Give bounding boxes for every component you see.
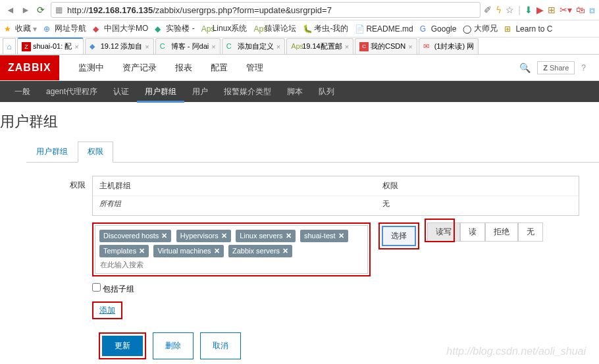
tag-item[interactable]: Virtual machines✕: [153, 245, 223, 257]
browser-tools: ✐ ϟ ☆ | ⬇ ▶ ⊞ ✂▾ 🛍 ⧈: [484, 5, 595, 16]
add-link[interactable]: 添加: [97, 303, 117, 317]
readwrite-button[interactable]: 读写: [427, 222, 460, 242]
app-icon[interactable]: ⊞: [548, 5, 556, 15]
home-tab[interactable]: ⌂: [3, 38, 16, 54]
submenu-users[interactable]: 用户: [184, 81, 216, 103]
submenu-usergroups[interactable]: 用户群组: [137, 81, 184, 103]
tab-permissions[interactable]: 权限: [78, 142, 113, 163]
tab-usergroup[interactable]: 用户群组: [26, 142, 78, 162]
label-permissions: 权限: [26, 176, 92, 191]
browser-tab[interactable]: ✉(1封未读) 网: [419, 38, 479, 54]
close-icon[interactable]: ×: [276, 43, 280, 51]
hostgroup-selector[interactable]: Discovered hosts✕ Hypervisors✕ Linux ser…: [95, 225, 368, 274]
browser-tab[interactable]: Aps19.14配置邮×: [286, 38, 353, 54]
scissors-icon[interactable]: ✂▾: [560, 5, 572, 15]
include-subgroups-checkbox[interactable]: [92, 283, 101, 292]
shop-icon[interactable]: 🛍: [576, 5, 585, 15]
bookmark-item[interactable]: 🐛考虫-我的: [303, 23, 348, 34]
cancel-button[interactable]: 取消: [200, 332, 241, 359]
deny-button[interactable]: 拒绝: [485, 222, 518, 242]
submenu-mediatypes[interactable]: 报警媒介类型: [216, 81, 279, 103]
tag-item[interactable]: Templates✕: [99, 245, 149, 257]
browser-tab[interactable]: C博客 - 阿dai×: [155, 38, 221, 54]
close-icon[interactable]: ×: [345, 43, 349, 51]
include-subgroups-label[interactable]: 包括子组: [92, 284, 134, 294]
site-icon: ◆: [93, 24, 102, 34]
submenu-proxies[interactable]: agent代理程序: [38, 81, 105, 103]
refresh-button[interactable]: ⟳: [34, 3, 47, 16]
globe-icon: ⊕: [43, 24, 53, 34]
back-button[interactable]: ◄: [4, 3, 17, 16]
url-box[interactable]: ▦ http://192.168.176.135/zabbix/usergrps…: [51, 2, 481, 18]
forward-button[interactable]: ►: [19, 3, 32, 16]
browser-tab[interactable]: ◆19.12 添加自×: [85, 38, 154, 54]
bookmark-item[interactable]: ◆中国大学MO: [93, 23, 148, 34]
none-button[interactable]: 无: [518, 222, 543, 242]
close-icon[interactable]: ×: [211, 43, 215, 51]
close-icon[interactable]: ×: [408, 43, 412, 51]
submenu-scripts[interactable]: 脚本: [279, 81, 311, 103]
tag-item[interactable]: Zabbix servers✕: [228, 245, 292, 257]
site-icon: C: [160, 42, 169, 51]
menu-monitoring[interactable]: 监测中: [69, 54, 113, 82]
read-button[interactable]: 读: [460, 222, 485, 242]
search-input[interactable]: [98, 259, 365, 271]
submenu-auth[interactable]: 认证: [105, 81, 137, 103]
url-text: http://192.168.176.135/zabbix/usergrps.p…: [67, 5, 332, 15]
menu-configuration[interactable]: 配置: [201, 54, 237, 82]
site-icon: ◆: [90, 42, 99, 51]
site-icon: C: [226, 42, 236, 51]
edit-icon[interactable]: ✐: [484, 5, 492, 15]
help-icon[interactable]: ?: [581, 63, 586, 72]
browser-tab[interactable]: C添加自定义×: [222, 38, 285, 54]
bookmark-item[interactable]: ◆实验楼 -: [155, 23, 194, 34]
flash-icon[interactable]: ϟ: [496, 5, 502, 15]
remove-icon[interactable]: ✕: [338, 232, 344, 240]
bookmark-item[interactable]: ⊞Learn to C: [504, 24, 552, 34]
menu-inventory[interactable]: 资产记录: [113, 54, 166, 82]
page-icon: ▦: [55, 5, 65, 14]
delete-button[interactable]: 删除: [153, 332, 194, 359]
menu-reports[interactable]: 报表: [166, 54, 201, 82]
bookmark-item[interactable]: ◯大师兄: [463, 23, 498, 34]
tag-item[interactable]: shuai-test✕: [300, 230, 348, 242]
form-tabs: 用户群组 权限: [26, 142, 599, 163]
share-button[interactable]: Z Share: [537, 61, 575, 74]
close-icon[interactable]: ×: [145, 43, 149, 51]
zabbix-logo[interactable]: ZABBIX: [0, 55, 59, 80]
remove-icon[interactable]: ✕: [221, 232, 227, 240]
select-button[interactable]: 选择: [382, 226, 416, 246]
browser-tab[interactable]: Zshuai-01: 配×: [17, 38, 84, 54]
site-icon: 📄: [355, 24, 364, 34]
tag-item[interactable]: Linux servers✕: [236, 230, 295, 242]
menu-administration[interactable]: 管理: [237, 54, 273, 82]
remove-icon[interactable]: ✕: [214, 247, 220, 255]
remove-icon[interactable]: ✕: [161, 232, 167, 240]
star-icon: ★: [4, 24, 13, 34]
zabbix-header: ZABBIX 监测中 资产记录 报表 配置 管理 🔍 Z Share ?: [0, 55, 599, 81]
github-icon: ◯: [463, 24, 472, 34]
tag-item[interactable]: Hypervisors✕: [176, 230, 231, 242]
bookmark-item[interactable]: GGoogle: [420, 24, 457, 34]
divider: |: [518, 5, 521, 15]
searchbox-icon[interactable]: ⧈: [589, 5, 595, 16]
remove-icon[interactable]: ✕: [139, 247, 145, 255]
tag-item[interactable]: Discovered hosts✕: [99, 230, 171, 242]
update-button[interactable]: 更新: [102, 336, 143, 356]
download-icon[interactable]: ⬇: [525, 5, 533, 15]
star-icon[interactable]: ☆: [506, 5, 514, 15]
remove-icon[interactable]: ✕: [282, 247, 288, 255]
submenu-general[interactable]: 一般: [7, 81, 38, 103]
remove-icon[interactable]: ✕: [286, 232, 292, 240]
browser-tab[interactable]: C我的CSDN×: [355, 38, 417, 54]
bookmark-item[interactable]: ApsLinux系统: [201, 23, 247, 34]
search-icon[interactable]: 🔍: [519, 63, 531, 73]
bookmark-item[interactable]: Aps猿课论坛: [253, 23, 296, 34]
bookmark-item[interactable]: 📄README.md: [355, 24, 413, 34]
close-icon[interactable]: ×: [74, 43, 78, 51]
page-title: 用户群组: [0, 102, 599, 142]
favorites-button[interactable]: ★收藏▾: [4, 23, 37, 34]
bookmark-item[interactable]: ⊕网址导航: [43, 23, 86, 34]
play-icon[interactable]: ▶: [536, 5, 544, 15]
submenu-queue[interactable]: 队列: [311, 81, 342, 103]
